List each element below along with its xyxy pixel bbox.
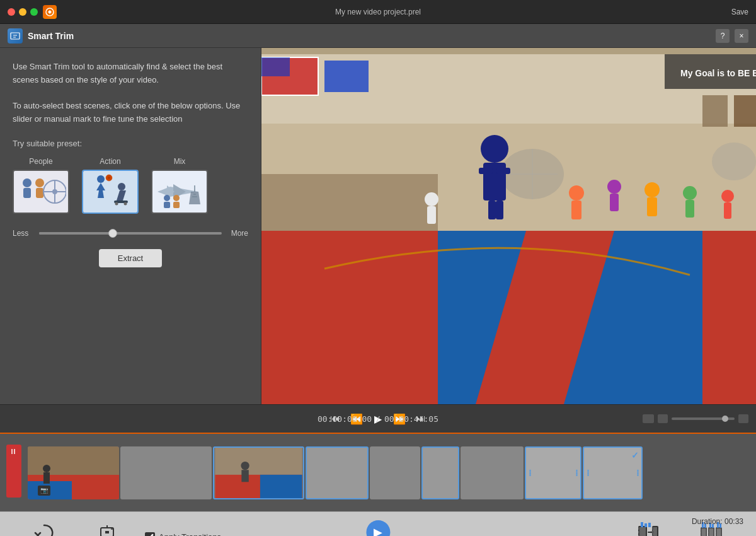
- timeline-cell-9[interactable]: ✓ ⁞ ⁞: [583, 446, 643, 499]
- export-merged-icon: [637, 522, 660, 537]
- panel-header-right: ? ×: [716, 29, 748, 43]
- mark-manually-icon: [96, 522, 118, 537]
- preview-toolbar-item[interactable]: ▶ Preview: [365, 520, 390, 537]
- quality-controls: [643, 414, 748, 423]
- preset-action-thumb[interactable]: [82, 170, 139, 214]
- quality-large-button[interactable]: [658, 414, 668, 423]
- timeline-cell-5[interactable]: [370, 446, 420, 499]
- slider-fill: [39, 232, 112, 235]
- svg-rect-51: [496, 168, 510, 174]
- svg-rect-57: [610, 194, 619, 211]
- camera-icon: 📷: [38, 486, 50, 496]
- svg-rect-96: [648, 523, 651, 527]
- quality-slider[interactable]: [672, 417, 735, 420]
- quality-small-button[interactable]: [643, 414, 654, 423]
- timeline-cell-7[interactable]: [461, 446, 524, 499]
- timeline-cell-8[interactable]: ⁞ ⁞: [525, 446, 581, 499]
- svg-rect-103: [709, 528, 714, 536]
- panel-header: Smart Trim ? ×: [0, 24, 756, 48]
- slider-thumb[interactable]: [108, 229, 117, 238]
- fullscreen-button[interactable]: [738, 414, 748, 423]
- reset-icon: [33, 522, 55, 537]
- svg-point-58: [644, 182, 660, 197]
- close-panel-button[interactable]: ×: [735, 29, 748, 43]
- preset-action[interactable]: Action: [82, 157, 139, 214]
- preset-people-label: People: [29, 157, 52, 166]
- traffic-lights: [8, 8, 38, 16]
- export-merged-toolbar-item[interactable]: Export Merged: [623, 522, 673, 537]
- svg-rect-35: [702, 95, 728, 127]
- svg-marker-42: [261, 231, 438, 404]
- svg-point-62: [721, 190, 734, 202]
- preview-icon: ▶: [366, 520, 390, 537]
- svg-rect-1: [11, 33, 20, 39]
- svg-point-48: [481, 135, 508, 163]
- help-button[interactable]: ?: [716, 29, 730, 43]
- svg-rect-3: [23, 188, 31, 198]
- svg-rect-109: [716, 528, 717, 530]
- preset-mix-label: Mix: [174, 157, 186, 166]
- svg-rect-87: [638, 531, 640, 533]
- timeline-cell-3[interactable]: [213, 446, 304, 499]
- svg-rect-36: [734, 95, 756, 127]
- timeline-cell-1[interactable]: 📷: [28, 446, 119, 499]
- preset-mix[interactable]: Mix: [151, 157, 208, 214]
- timeline-cell-2[interactable]: [120, 446, 212, 499]
- svg-rect-94: [641, 522, 643, 527]
- checkmark-icon: ✓: [631, 450, 639, 460]
- apply-transitions-checkbox[interactable]: [145, 532, 155, 537]
- preset-people[interactable]: People: [13, 157, 69, 214]
- svg-text:My Goal is to BE BE: My Goal is to BE BE: [680, 68, 756, 78]
- svg-rect-55: [571, 201, 581, 219]
- playhead-marker[interactable]: [6, 445, 21, 498]
- project-filename: My new video project.prel: [335, 8, 421, 16]
- svg-rect-47: [261, 174, 438, 231]
- preset-people-thumb[interactable]: [13, 170, 69, 214]
- svg-point-54: [569, 185, 584, 201]
- svg-rect-52: [488, 201, 496, 219]
- timeline-cell-6[interactable]: [421, 446, 459, 499]
- svg-rect-86: [638, 527, 640, 530]
- apply-transitions-item[interactable]: Apply Transitions: [145, 532, 221, 537]
- reset-toolbar-item[interactable]: Reset: [19, 522, 69, 537]
- svg-rect-50: [479, 168, 493, 174]
- close-traffic-light[interactable]: [8, 8, 15, 16]
- svg-point-77: [241, 461, 249, 469]
- svg-rect-105: [708, 532, 709, 533]
- svg-rect-61: [685, 200, 694, 218]
- video-scene: My Goal is to BE BE: [261, 48, 756, 404]
- svg-rect-23: [164, 202, 170, 208]
- svg-rect-99: [701, 528, 702, 530]
- svg-rect-110: [716, 532, 717, 533]
- mark-manually-toolbar-item[interactable]: Mark Manually: [82, 522, 132, 537]
- title-bar-left: [8, 5, 57, 19]
- minimize-traffic-light[interactable]: [19, 8, 26, 16]
- svg-rect-66: [9, 447, 18, 456]
- svg-rect-76: [260, 474, 302, 498]
- svg-rect-98: [702, 528, 706, 536]
- left-panel: Use Smart Trim tool to automatically fin…: [0, 48, 261, 404]
- main-content: Use Smart Trim tool to automatically fin…: [0, 48, 756, 404]
- svg-rect-32: [324, 61, 369, 92]
- save-button[interactable]: Save: [731, 8, 748, 16]
- svg-rect-73: [43, 472, 50, 484]
- maximize-traffic-light[interactable]: [30, 8, 38, 16]
- svg-rect-91: [652, 527, 654, 530]
- extract-button[interactable]: Extract: [99, 249, 162, 267]
- app-icon: [43, 5, 57, 19]
- svg-marker-46: [702, 231, 756, 404]
- title-bar: My new video project.prel Save: [0, 0, 756, 24]
- svg-rect-85: [639, 527, 646, 537]
- svg-rect-53: [496, 201, 503, 219]
- timeline-cell-4[interactable]: [306, 446, 369, 499]
- time-separator: /: [375, 414, 381, 424]
- svg-point-2: [23, 178, 32, 187]
- timeline-area: 📷: [0, 433, 756, 511]
- slider-track[interactable]: [39, 232, 222, 235]
- svg-rect-63: [724, 202, 731, 219]
- svg-marker-45: [614, 231, 702, 404]
- svg-point-17: [124, 202, 127, 205]
- preset-mix-thumb[interactable]: [151, 170, 208, 214]
- svg-point-24: [173, 195, 180, 201]
- svg-point-14: [118, 183, 125, 190]
